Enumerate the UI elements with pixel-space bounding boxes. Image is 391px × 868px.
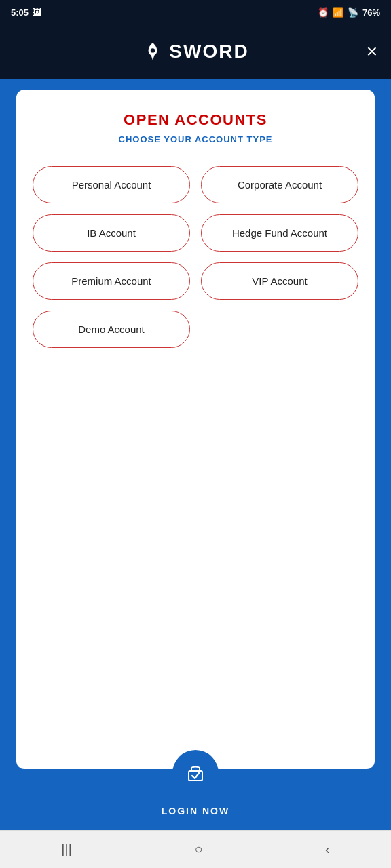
wifi-icon: 📶 xyxy=(333,7,343,18)
battery-display: 76% xyxy=(362,7,380,18)
app-header: SWORD × xyxy=(0,24,391,79)
close-button[interactable]: × xyxy=(367,42,377,61)
app-logo: SWORD xyxy=(142,41,248,62)
photo-icon: 🖼 xyxy=(33,7,41,18)
account-type-grid: Personal Account Corporate Account IB Ac… xyxy=(33,166,358,300)
lock-icon xyxy=(184,760,207,786)
hedge-fund-account-button[interactable]: Hedge Fund Account xyxy=(201,214,358,252)
login-now-label[interactable]: LOGIN NOW xyxy=(162,806,229,816)
card-subtitle: CHOOSE YOUR ACCOUNT TYPE xyxy=(33,134,358,144)
time-display: 5:05 xyxy=(11,7,29,18)
alarm-icon: ⏰ xyxy=(318,7,329,18)
logo-icon xyxy=(142,41,164,62)
personal-account-button[interactable]: Personal Account xyxy=(33,166,190,203)
blue-background: OPEN ACCOUNTS CHOOSE YOUR ACCOUNT TYPE P… xyxy=(0,79,391,830)
premium-account-button[interactable]: Premium Account xyxy=(33,262,190,300)
nav-home-icon[interactable]: ○ xyxy=(194,842,202,857)
nav-menu-icon[interactable]: ||| xyxy=(61,842,72,857)
signal-icon: 📡 xyxy=(348,7,358,18)
nav-back-icon[interactable]: ‹ xyxy=(325,842,330,857)
login-area: LOGIN NOW xyxy=(162,750,229,830)
logo-text: SWORD xyxy=(169,41,248,62)
status-bar: 5:05 🖼 ⏰ 📶 📡 76% xyxy=(0,0,391,24)
demo-account-button[interactable]: Demo Account xyxy=(33,311,190,348)
status-right: ⏰ 📶 📡 76% xyxy=(318,7,380,18)
status-left: 5:05 🖼 xyxy=(11,7,41,18)
demo-account-row: Demo Account xyxy=(33,311,358,348)
vip-account-button[interactable]: VIP Account xyxy=(201,262,358,300)
ib-account-button[interactable]: IB Account xyxy=(33,214,190,252)
svg-point-0 xyxy=(151,48,155,52)
nav-bar: ||| ○ ‹ xyxy=(0,830,391,868)
open-accounts-card: OPEN ACCOUNTS CHOOSE YOUR ACCOUNT TYPE P… xyxy=(16,90,375,769)
svg-rect-1 xyxy=(189,771,202,781)
login-circle-icon[interactable] xyxy=(172,750,219,796)
corporate-account-button[interactable]: Corporate Account xyxy=(201,166,358,203)
card-title: OPEN ACCOUNTS xyxy=(33,111,358,129)
